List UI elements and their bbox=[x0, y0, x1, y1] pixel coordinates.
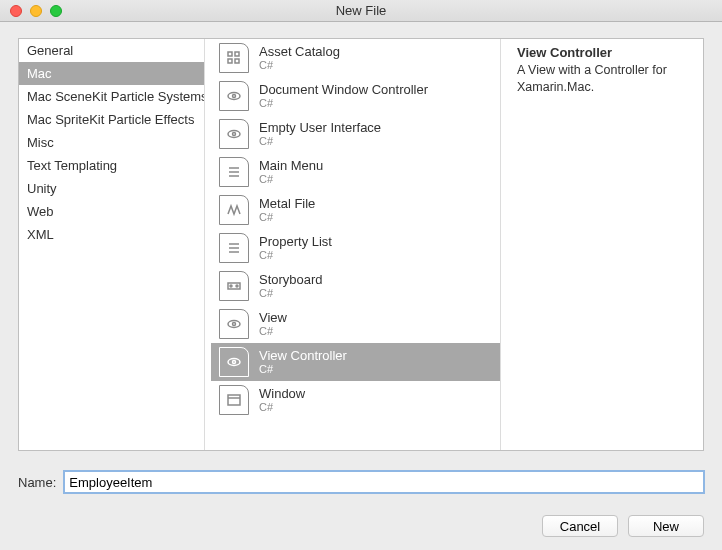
svg-rect-3 bbox=[235, 59, 239, 63]
svg-rect-21 bbox=[228, 395, 240, 405]
category-list[interactable]: GeneralMacMac SceneKit Particle SystemsM… bbox=[19, 39, 205, 450]
window-title: New File bbox=[0, 3, 722, 18]
svg-point-15 bbox=[230, 285, 232, 287]
category-item[interactable]: Text Templating bbox=[19, 154, 204, 177]
template-name: Main Menu bbox=[259, 158, 323, 174]
close-icon[interactable] bbox=[10, 5, 22, 17]
cancel-button[interactable]: Cancel bbox=[542, 515, 618, 537]
template-name: Empty User Interface bbox=[259, 120, 381, 136]
template-subtitle: C# bbox=[259, 97, 428, 110]
template-subtitle: C# bbox=[259, 287, 323, 300]
name-label: Name: bbox=[18, 475, 56, 490]
template-item[interactable]: WindowC# bbox=[211, 381, 500, 419]
new-button[interactable]: New bbox=[628, 515, 704, 537]
template-name: Metal File bbox=[259, 196, 315, 212]
template-item[interactable]: Asset CatalogC# bbox=[211, 39, 500, 77]
svg-point-19 bbox=[228, 359, 240, 366]
traffic-lights bbox=[0, 5, 62, 17]
file-icon bbox=[219, 119, 249, 149]
template-name: View Controller bbox=[259, 348, 347, 364]
dialog-content: GeneralMacMac SceneKit Particle SystemsM… bbox=[0, 22, 722, 550]
window-titlebar: New File bbox=[0, 0, 722, 22]
template-item[interactable]: ViewC# bbox=[211, 305, 500, 343]
file-icon bbox=[219, 309, 249, 339]
svg-rect-0 bbox=[228, 52, 232, 56]
name-input[interactable] bbox=[64, 471, 704, 493]
button-row: Cancel New bbox=[18, 515, 704, 537]
template-browser: GeneralMacMac SceneKit Particle SystemsM… bbox=[18, 38, 704, 451]
svg-point-6 bbox=[228, 131, 240, 138]
template-name: Storyboard bbox=[259, 272, 323, 288]
category-item[interactable]: Mac SpriteKit Particle Effects bbox=[19, 108, 204, 131]
template-text: StoryboardC# bbox=[259, 272, 323, 301]
template-subtitle: C# bbox=[259, 401, 305, 414]
template-text: Asset CatalogC# bbox=[259, 44, 340, 73]
template-item[interactable]: Main MenuC# bbox=[211, 153, 500, 191]
category-item[interactable]: Web bbox=[19, 200, 204, 223]
svg-point-20 bbox=[233, 361, 236, 364]
file-icon bbox=[219, 385, 249, 415]
svg-point-16 bbox=[236, 285, 238, 287]
category-item[interactable]: XML bbox=[19, 223, 204, 246]
template-text: Metal FileC# bbox=[259, 196, 315, 225]
template-text: ViewC# bbox=[259, 310, 287, 339]
svg-point-7 bbox=[233, 133, 236, 136]
detail-description: A View with a Controller for Xamarin.Mac… bbox=[517, 62, 693, 96]
minimize-icon[interactable] bbox=[30, 5, 42, 17]
template-subtitle: C# bbox=[259, 249, 332, 262]
svg-rect-2 bbox=[228, 59, 232, 63]
category-item[interactable]: Unity bbox=[19, 177, 204, 200]
maximize-icon[interactable] bbox=[50, 5, 62, 17]
template-text: Empty User InterfaceC# bbox=[259, 120, 381, 149]
template-subtitle: C# bbox=[259, 173, 323, 186]
svg-point-18 bbox=[233, 323, 236, 326]
template-list[interactable]: Asset CatalogC#Document Window Controlle… bbox=[211, 39, 501, 450]
file-icon bbox=[219, 271, 249, 301]
file-icon bbox=[219, 195, 249, 225]
template-item[interactable]: Document Window ControllerC# bbox=[211, 77, 500, 115]
template-text: Document Window ControllerC# bbox=[259, 82, 428, 111]
file-icon bbox=[219, 81, 249, 111]
file-icon bbox=[219, 347, 249, 377]
template-name: Property List bbox=[259, 234, 332, 250]
category-item[interactable]: Misc bbox=[19, 131, 204, 154]
template-subtitle: C# bbox=[259, 135, 381, 148]
svg-rect-1 bbox=[235, 52, 239, 56]
template-text: Property ListC# bbox=[259, 234, 332, 263]
svg-point-5 bbox=[233, 95, 236, 98]
template-item[interactable]: Metal FileC# bbox=[211, 191, 500, 229]
file-icon bbox=[219, 157, 249, 187]
template-item[interactable]: View ControllerC# bbox=[211, 343, 500, 381]
svg-point-4 bbox=[228, 93, 240, 100]
file-icon bbox=[219, 43, 249, 73]
file-icon bbox=[219, 233, 249, 263]
template-subtitle: C# bbox=[259, 363, 347, 376]
template-subtitle: C# bbox=[259, 59, 340, 72]
category-item[interactable]: Mac SceneKit Particle Systems bbox=[19, 85, 204, 108]
category-item[interactable]: Mac bbox=[19, 62, 204, 85]
template-text: View ControllerC# bbox=[259, 348, 347, 377]
template-item[interactable]: Property ListC# bbox=[211, 229, 500, 267]
svg-point-17 bbox=[228, 321, 240, 328]
template-name: Window bbox=[259, 386, 305, 402]
template-item[interactable]: Empty User InterfaceC# bbox=[211, 115, 500, 153]
category-item[interactable]: General bbox=[19, 39, 204, 62]
template-name: Asset Catalog bbox=[259, 44, 340, 60]
name-row: Name: bbox=[18, 471, 704, 493]
template-item[interactable]: StoryboardC# bbox=[211, 267, 500, 305]
template-name: View bbox=[259, 310, 287, 326]
template-subtitle: C# bbox=[259, 211, 315, 224]
template-text: WindowC# bbox=[259, 386, 305, 415]
template-text: Main MenuC# bbox=[259, 158, 323, 187]
template-name: Document Window Controller bbox=[259, 82, 428, 98]
template-subtitle: C# bbox=[259, 325, 287, 338]
detail-title: View Controller bbox=[517, 45, 693, 60]
template-details: View Controller A View with a Controller… bbox=[507, 39, 703, 450]
